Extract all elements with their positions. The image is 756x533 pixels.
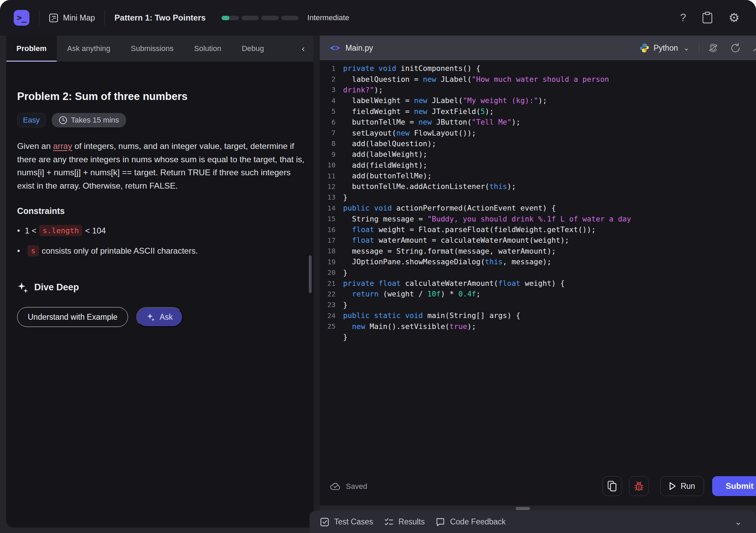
code-feedback-tab[interactable]: Code Feedback [436, 517, 505, 527]
python-logo-icon [639, 43, 650, 53]
time-estimate-badge: Takes 15 mins [52, 113, 126, 127]
app-logo-terminal-icon[interactable]: >_ [14, 10, 29, 26]
pattern-title: Pattern 1: Two Pointers [114, 13, 205, 23]
difficulty-badge: Easy [17, 113, 46, 127]
line-number: 5 [320, 107, 336, 115]
code-line: } [320, 332, 756, 342]
clipboard-icon[interactable] [702, 12, 713, 24]
divider [39, 11, 39, 25]
constraint-item: • s consists only of printable ASCII cha… [17, 245, 300, 256]
checklist-icon [384, 517, 394, 527]
checkbox-check-icon [320, 517, 329, 527]
submit-button[interactable]: Submit [712, 476, 756, 496]
code-line: 21private float calculateWaterAmount(flo… [320, 278, 756, 289]
code-line: 6buttonTellMe = new JButton("Tell Me"); [320, 117, 756, 127]
line-number: 19 [320, 258, 336, 266]
code-line: 3drink?"); [320, 85, 756, 95]
code-editor-text-area[interactable]: 1private void initComponents() {2labelQu… [320, 60, 756, 506]
autosync-disabled-icon[interactable] [707, 42, 719, 54]
problem-title: Problem 2: Sum of three numbers [17, 90, 300, 103]
code-line: 15String message = "Buddy, you should dr… [320, 213, 756, 224]
code-line: 14public void actionPerformed(ActionEven… [320, 203, 756, 213]
collapse-panel-chevron-icon[interactable]: ‹ [302, 36, 305, 62]
panel-resize-handle[interactable] [516, 507, 530, 510]
array-link[interactable]: array [53, 141, 72, 151]
line-number: 20 [320, 268, 336, 277]
tab-solution[interactable]: Solution [184, 36, 232, 62]
line-number: 1 [320, 64, 336, 73]
code-line: 12buttonTellMe.addActionListener(this); [320, 181, 756, 192]
code-line: 24public static void main(String[] args)… [320, 310, 756, 321]
results-tab[interactable]: Results [384, 517, 425, 527]
editor-header: <> Main.py Python ⌄ [320, 36, 756, 60]
code-line: 7setLayout(new FlowLayout()); [320, 127, 756, 138]
line-number: 3 [320, 86, 336, 94]
line-number: 12 [320, 182, 336, 191]
level-label: Intermediate [307, 13, 349, 22]
run-button[interactable]: Run [660, 476, 704, 496]
line-number: 14 [320, 204, 336, 212]
tab-submissions[interactable]: Submissions [121, 36, 184, 62]
problem-content: Problem 2: Sum of three numbers Easy Tak… [17, 62, 300, 528]
constraints-heading: Constraints [17, 206, 300, 216]
panel-splitter[interactable] [314, 36, 320, 528]
sparkles-icon [147, 312, 155, 322]
code-editor-panel: <> Main.py Python ⌄ [320, 36, 756, 506]
code-line: 1private void initComponents() { [320, 63, 756, 74]
line-number: 8 [320, 139, 336, 148]
save-status: Saved [330, 476, 367, 497]
clipped-edge-icon [752, 43, 756, 52]
topbar-actions: ? ⚙ [680, 0, 756, 36]
line-number: 9 [320, 150, 336, 158]
test-cases-tab[interactable]: Test Cases [320, 517, 373, 527]
code-line: 17float waterAmount = calculateWaterAmou… [320, 235, 756, 245]
tab-debug[interactable]: Debug [231, 36, 274, 62]
play-icon [669, 482, 676, 490]
code-line: 9add(labelWeight); [320, 149, 756, 160]
code-line: 25new Main().setVisible(true); [320, 321, 756, 331]
line-number: 25 [320, 322, 336, 330]
constraint-item: • 1 < s.length < 104 [17, 225, 300, 236]
minimap-label: Mini Map [63, 13, 95, 23]
dive-deep-title: Dive Deep [34, 282, 79, 293]
line-number: 10 [320, 161, 336, 169]
understand-with-example-button[interactable]: Understand with Example [17, 307, 128, 327]
code-line: 20} [320, 267, 756, 278]
language-selector[interactable]: Python ⌄ [639, 43, 689, 53]
dive-deep-section: Dive Deep [17, 280, 300, 294]
settings-gear-icon[interactable]: ⚙ [729, 12, 740, 24]
progress-fill [222, 16, 229, 20]
code-line: 19JOptionPane.showMessageDialog(this, me… [320, 256, 756, 267]
code-file-icon: <> [330, 43, 340, 53]
cloud-check-icon [330, 482, 341, 491]
code-line: 5fieldWeight = new JTextField(5); [320, 106, 756, 117]
code-line: 13} [320, 192, 756, 203]
line-number: 6 [320, 118, 336, 126]
progress-segment [281, 16, 299, 20]
code-line: 8add(labelQuestion); [320, 138, 756, 149]
code-line: 10add(fieldWeight); [320, 160, 756, 170]
time-estimate-label: Takes 15 mins [71, 116, 119, 125]
editor-header-actions: Python ⌄ [639, 36, 756, 60]
expand-dock-chevron-icon[interactable]: ⌄ [735, 517, 742, 527]
copy-code-button[interactable] [602, 476, 622, 496]
line-number: 2 [320, 75, 336, 83]
save-status-label: Saved [346, 482, 367, 491]
panel-scrollbar-thumb[interactable] [309, 255, 312, 293]
reset-code-icon[interactable] [730, 42, 741, 53]
minimap-button[interactable]: Mini Map [49, 13, 95, 23]
ask-button[interactable]: Ask [136, 307, 183, 327]
line-number: 15 [320, 215, 336, 223]
code-line: 22return (weight / 10f) * 0.4f; [320, 289, 756, 299]
line-number: 24 [320, 312, 336, 320]
debug-bug-button[interactable] [629, 476, 649, 496]
help-icon[interactable]: ? [680, 12, 686, 24]
tab-problem[interactable]: Problem [6, 36, 57, 62]
line-number: 18 [320, 247, 336, 255]
chevron-down-icon: ⌄ [683, 44, 689, 52]
tab-ask-anything[interactable]: Ask anything [57, 36, 121, 62]
progress-segment [261, 16, 279, 20]
problem-panel: Problem Ask anything Submissions Solutio… [6, 36, 314, 528]
bottom-dock-bar: Test Cases Results Code Feedback ⌄ [310, 511, 756, 533]
minimap-icon [49, 13, 58, 23]
